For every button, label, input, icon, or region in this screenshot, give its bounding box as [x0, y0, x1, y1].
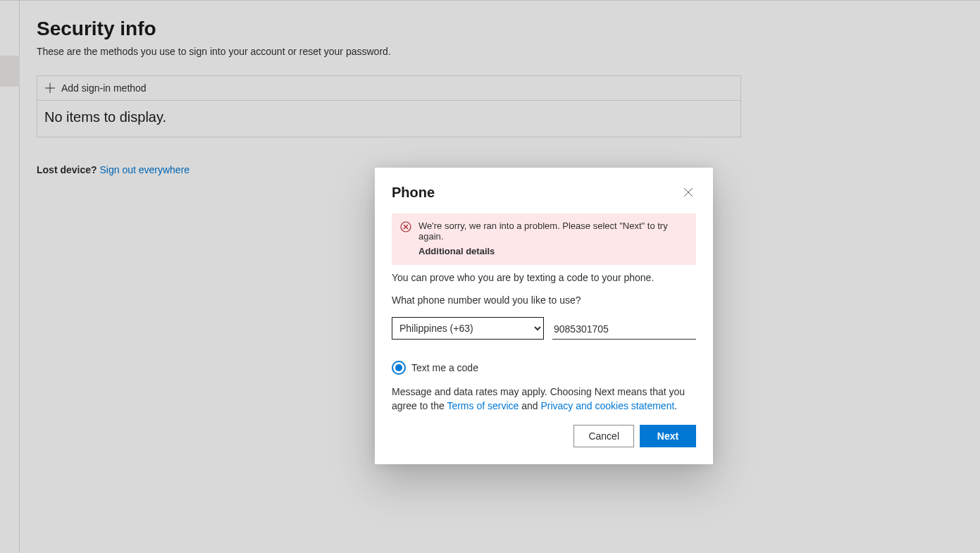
terms-of-service-link[interactable]: Terms of service — [447, 400, 519, 411]
cancel-button[interactable]: Cancel — [573, 425, 634, 447]
radio-selected-icon — [392, 361, 406, 375]
error-icon — [400, 221, 411, 232]
dialog-header: Phone — [392, 185, 696, 201]
country-code-select[interactable]: Philippines (+63) — [392, 317, 544, 340]
close-button[interactable] — [681, 185, 696, 200]
next-button[interactable]: Next — [640, 425, 696, 447]
dialog-body: You can prove who you are by texting a c… — [392, 272, 696, 447]
close-icon — [683, 187, 693, 197]
legal-connector: and — [519, 400, 540, 411]
legal-text: Message and data rates may apply. Choosi… — [392, 385, 696, 414]
dialog-prompt: What phone number would you like to use? — [392, 294, 696, 306]
dialog-instruction: You can prove who you are by texting a c… — [392, 272, 696, 283]
phone-dialog: Phone We're sorry, we ran into a problem… — [375, 168, 713, 464]
error-text-block: We're sorry, we ran into a problem. Plea… — [418, 220, 688, 256]
phone-entry-row: Philippines (+63) — [392, 317, 696, 340]
phone-number-input[interactable] — [552, 319, 696, 340]
dialog-actions: Cancel Next — [392, 425, 696, 447]
error-banner: We're sorry, we ran into a problem. Plea… — [392, 213, 696, 265]
privacy-statement-link[interactable]: Privacy and cookies statement — [540, 400, 674, 411]
error-details-toggle[interactable]: Additional details — [418, 246, 688, 256]
error-message: We're sorry, we ran into a problem. Plea… — [418, 220, 668, 242]
legal-suffix: . — [674, 400, 677, 411]
text-me-code-label: Text me a code — [411, 362, 478, 373]
dialog-title: Phone — [392, 185, 435, 201]
text-me-code-radio[interactable]: Text me a code — [392, 361, 696, 375]
